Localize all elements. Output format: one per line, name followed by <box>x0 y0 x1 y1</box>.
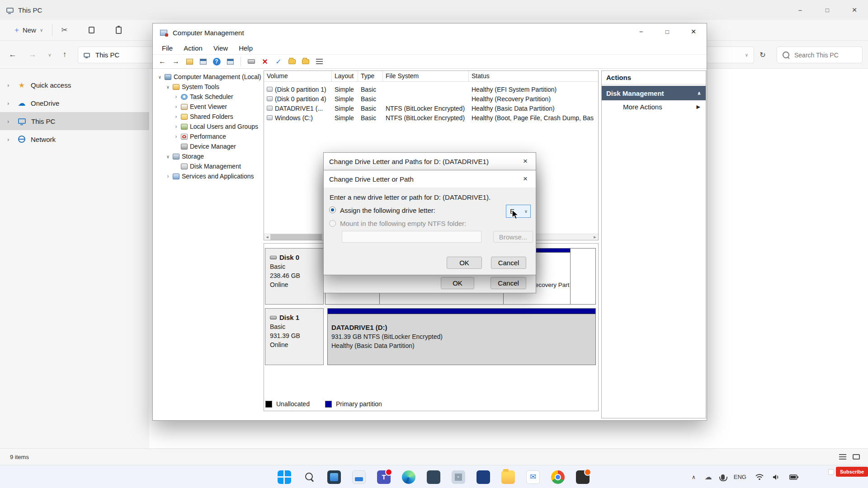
paste-button[interactable] <box>113 25 124 36</box>
menu-action[interactable]: Action <box>178 43 208 53</box>
ok-button[interactable]: OK <box>447 257 482 269</box>
thumbnails-view-icon[interactable] <box>853 454 860 460</box>
tree-item-services-applications[interactable]: Services and Applications <box>155 171 262 181</box>
mail-icon[interactable] <box>526 470 540 484</box>
language-indicator[interactable]: ENG <box>734 474 746 480</box>
scrollbar-thumb[interactable] <box>270 234 322 240</box>
column-header-status[interactable]: Status <box>469 71 598 81</box>
back-button[interactable]: ← <box>7 47 18 62</box>
cancel-button[interactable]: Cancel <box>491 257 526 269</box>
tree-item-system-tools[interactable]: System Tools <box>155 82 262 92</box>
cm-close-button[interactable] <box>680 23 707 41</box>
tree-item-local-users-groups[interactable]: Local Users and Groups <box>155 122 262 131</box>
dialog-close-icon[interactable]: × <box>515 170 536 188</box>
cm-maximize-button[interactable] <box>654 23 680 41</box>
outlook-icon[interactable] <box>476 470 490 484</box>
search-input[interactable] <box>794 52 858 59</box>
volume-icon[interactable] <box>773 474 780 480</box>
task-view-icon[interactable] <box>327 470 341 484</box>
breadcrumb[interactable]: This PC <box>95 51 119 59</box>
hidden-icons-chevron[interactable]: ∧ <box>692 474 696 480</box>
dialog-close-icon[interactable]: × <box>515 153 536 170</box>
chevron-expanded-icon[interactable] <box>165 84 170 90</box>
chrome-icon[interactable] <box>551 470 565 484</box>
taskbar-search-icon[interactable] <box>302 470 316 484</box>
list-view-icon[interactable] <box>314 56 324 66</box>
cm-minimize-button[interactable] <box>628 23 654 41</box>
browse-button[interactable]: Browse... <box>493 231 533 243</box>
cut-button[interactable] <box>59 25 70 36</box>
column-header-layout[interactable]: Layout <box>332 71 358 81</box>
mount-path-input[interactable] <box>342 231 481 243</box>
chevron-collapsed-icon[interactable] <box>174 133 179 140</box>
up-button[interactable]: ↑ <box>59 47 70 62</box>
tree-item-shared-folders[interactable]: Shared Folders <box>155 112 262 122</box>
chevron-icon[interactable]: › <box>7 82 13 89</box>
chevron-collapsed-icon[interactable] <box>174 94 179 100</box>
subscribe-button[interactable]: Subscribe <box>836 467 868 477</box>
sidebar-item-this-pc[interactable]: › This PC <box>0 112 149 130</box>
column-header-type[interactable]: Type <box>358 71 383 81</box>
microsoft-store-icon[interactable] <box>452 470 465 484</box>
refresh-button[interactable]: ↻ <box>757 47 769 62</box>
tree-item-task-scheduler[interactable]: Task Scheduler <box>155 92 262 102</box>
volume-row[interactable]: (Disk 0 partition 4) Simple Basic Health… <box>264 94 598 103</box>
app-with-notification-icon[interactable] <box>576 470 590 484</box>
more-actions-item[interactable]: More Actions ▶ <box>602 100 706 113</box>
volume-row[interactable]: (Disk 0 partition 1) Simple Basic Health… <box>264 84 598 94</box>
column-header-file-system[interactable]: File System <box>383 71 469 81</box>
scroll-right-arrow[interactable]: ▶ <box>592 234 598 240</box>
actions-group-disk-management[interactable]: Disk Management ∧ <box>602 86 706 100</box>
app-dark-icon[interactable] <box>427 470 440 484</box>
chevron-expanded-icon[interactable] <box>165 153 170 160</box>
new-button[interactable]: + New ∨ <box>9 23 48 38</box>
properties-check-icon[interactable] <box>274 56 283 66</box>
edge-icon[interactable] <box>402 470 415 484</box>
new-folder-icon[interactable] <box>287 56 297 66</box>
chevron-collapsed-icon[interactable] <box>174 123 179 130</box>
chevron-up-icon[interactable]: ∧ <box>697 90 701 96</box>
show-console-tree-icon[interactable] <box>184 56 194 66</box>
tree-item-storage[interactable]: Storage <box>155 151 262 161</box>
tree-item-device-manager[interactable]: Device Manager <box>155 141 262 151</box>
search-box[interactable] <box>777 47 863 63</box>
disk1-partition-datadrive1[interactable]: DATADRIVE1 (D:) 931.39 GB NTFS (BitLocke… <box>327 308 596 365</box>
disk0-label-cell[interactable]: Disk 0 Basic 238.46 GB Online <box>265 248 324 305</box>
chevron-icon[interactable]: › <box>7 100 13 107</box>
file-explorer-icon[interactable] <box>501 470 515 484</box>
window-icon[interactable] <box>198 56 208 66</box>
tree-item-computer-management[interactable]: Computer Management (Local) <box>155 72 262 82</box>
recent-locations-button[interactable]: ∨ <box>44 47 55 62</box>
tree-item-performance[interactable]: Performance <box>155 131 262 141</box>
disk0-unused-area[interactable] <box>570 248 596 305</box>
volume-row[interactable]: Windows (C:) Simple Basic NTFS (BitLocke… <box>264 113 598 122</box>
scroll-left-arrow[interactable]: ◀ <box>264 234 270 240</box>
sidebar-item-onedrive[interactable]: › ☁ OneDrive <box>0 94 149 112</box>
wifi-icon[interactable] <box>755 474 764 480</box>
address-chevron-down-icon[interactable]: ∨ <box>745 52 748 57</box>
microphone-tray-icon[interactable] <box>721 474 725 480</box>
column-header-volume[interactable]: Volume <box>264 71 332 81</box>
chevron-collapsed-icon[interactable] <box>165 173 170 179</box>
forward-button[interactable]: → <box>27 47 38 62</box>
minimize-button[interactable] <box>787 0 814 20</box>
chevron-icon[interactable]: › <box>7 118 13 125</box>
paths-cancel-button[interactable]: Cancel <box>491 277 526 289</box>
menu-file[interactable]: File <box>156 43 178 53</box>
forward-icon[interactable] <box>171 56 181 66</box>
teams-icon[interactable]: T <box>377 470 391 484</box>
assign-drive-letter-radio[interactable] <box>329 206 336 213</box>
copy-button[interactable] <box>86 25 97 36</box>
open-folder-icon[interactable] <box>301 56 311 66</box>
start-button[interactable] <box>278 470 291 484</box>
chevron-icon[interactable]: › <box>7 136 13 143</box>
sidebar-item-network[interactable]: › Network <box>0 130 149 148</box>
console-window-icon[interactable] <box>225 56 235 66</box>
disk1-label-cell[interactable]: Disk 1 Basic 931.39 GB Online <box>265 308 324 365</box>
chevron-collapsed-icon[interactable] <box>174 103 179 110</box>
sidebar-item-quick-access[interactable]: › ★ Quick access <box>0 76 149 94</box>
onedrive-tray-icon[interactable]: ☁ <box>705 473 712 481</box>
tree-item-event-viewer[interactable]: Event Viewer <box>155 102 262 112</box>
chevron-collapsed-icon[interactable] <box>174 113 179 120</box>
maximize-button[interactable] <box>814 0 841 20</box>
